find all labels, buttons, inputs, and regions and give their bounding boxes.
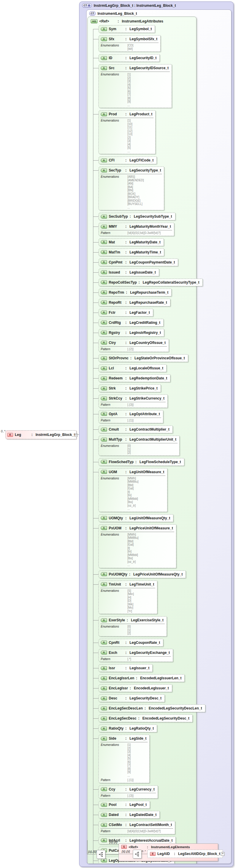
attribute-Issr[interactable]: AIssr:LegIssuer_t bbox=[98, 664, 153, 672]
attribute-type: LegProduct_t bbox=[130, 112, 152, 116]
enumeration-values: [1][10][11][12][13][2][3][4][5]... bbox=[127, 119, 132, 153]
attribute-MultTyp[interactable]: AMultTyp:LegContractMultiplierUnit_tEnum… bbox=[98, 436, 180, 456]
enumeration-value: ... bbox=[127, 103, 131, 107]
attribute-Dated[interactable]: ADated:LegDatedDate_t bbox=[98, 811, 160, 818]
attribute-UOMQty[interactable]: AUOMQty:LegUnitOfMeasureQty_t bbox=[98, 514, 173, 522]
attribute-MatTm[interactable]: AMatTm:LegMaturityTime_t bbox=[98, 248, 164, 256]
attribute-CFI[interactable]: ACFI:LegCFICode_t bbox=[98, 156, 157, 164]
enumeration-value: [BN] bbox=[127, 189, 144, 192]
attribute-OptA[interactable]: AOptA:LegOptAttribute_tPattern[.{1}] bbox=[98, 410, 163, 424]
attribute-Mat[interactable]: AMat:LegMaturityDate_t bbox=[98, 238, 164, 246]
attribute-Sym[interactable]: ASym:LegSymbol_t bbox=[98, 25, 155, 33]
attribute-name: EncLegSecDescLen bbox=[109, 706, 143, 710]
attribute-EncLegIssr[interactable]: AEncLegIssr:EncodedLegIssuer_t bbox=[98, 684, 172, 692]
group-instrumentlegelements[interactable]: G <Ref> : InstrumentLegElements [1]..[1] bbox=[119, 843, 218, 861]
attribute-RepoTrm[interactable]: ARepoTrm:LegRepurchaseTerm_t bbox=[98, 289, 172, 296]
attribute-Src[interactable]: ASrc:LegSecurityIDSource_tEnumerations[1… bbox=[98, 64, 172, 108]
attribute-UOM[interactable]: AUOM:LegUnitOfMeasure_tEnumerations[MWh]… bbox=[98, 468, 167, 512]
attribute-FlowSchedTyp[interactable]: AFlowSchedTyp:LegFlowScheduleType_t bbox=[98, 458, 184, 466]
attribute-header: AEncLegIssrLen:EncodedLegIssuerLen_t bbox=[99, 675, 184, 682]
attribute-CSetMo[interactable]: ACSetMo:LegContractSettlMonth_tPattern[\… bbox=[98, 821, 175, 834]
attribute-header: AUOMQty:LegUnitOfMeasureQty_t bbox=[99, 515, 173, 522]
attribute-CrdRtg[interactable]: ACrdRtg:LegCreditRating_t bbox=[98, 319, 163, 327]
attribute-Ccy[interactable]: ACcy:LegCurrency_tPattern[.{3}] bbox=[98, 785, 158, 799]
attribute-Exch[interactable]: AExch:LegSecurityExchange_tPattern[.*] bbox=[98, 649, 173, 662]
attribute-type: LegPriceUnitOfMeasure_t bbox=[130, 526, 173, 530]
attribute-Rgstry[interactable]: ARgstry:LegInstrRegistry_t bbox=[98, 329, 164, 337]
expand-icon[interactable]: + bbox=[221, 852, 225, 856]
attribute-type: LegCouponPaymentDate_t bbox=[130, 260, 175, 265]
attribute-ExerStyle[interactable]: AExerStyle:LegExerciseStyle_tEnumeration… bbox=[98, 616, 167, 637]
attribute-Issued[interactable]: AIssued:LegIssueDate_t bbox=[98, 269, 159, 276]
facet-section: Pattern[\d{4}(0|1)\d([0-3wW]\d)?] bbox=[101, 828, 173, 834]
attribute-name: Sym bbox=[109, 27, 124, 31]
attribute-SecTyp[interactable]: ASecTyp:LegSecurityType_tEnumerations[AB… bbox=[98, 166, 164, 210]
pattern-label: Pattern bbox=[101, 794, 127, 798]
enumeration-value: [7] bbox=[127, 93, 131, 97]
attribute-EncLegSecDesc[interactable]: AEncLegSecDesc:EncodedLegSecurityDesc_t bbox=[98, 714, 192, 722]
attribute-Strk[interactable]: AStrk:LegStrikePrice_t bbox=[98, 384, 161, 392]
attribute-name: EncLegIssr bbox=[109, 686, 128, 690]
attribute-header: AStOrProvnc:LegStateOrProvinceOfIssue_t bbox=[99, 354, 188, 362]
sequence-icon[interactable] bbox=[97, 850, 105, 859]
attribute-StOrProvnc[interactable]: AStOrProvnc:LegStateOrProvinceOfIssue_t bbox=[98, 354, 188, 362]
attribute-StrkCcy[interactable]: AStrkCcy:LegStrikeCurrency_tPattern[.{3}… bbox=[98, 395, 168, 408]
pattern-row: Pattern[.{1}] bbox=[101, 778, 147, 782]
attribute-TmUnit[interactable]: ATmUnit:LegTimeUnit_tEnumerations[S][Min… bbox=[98, 581, 157, 614]
attribute-Prod[interactable]: AProd:LegProduct_tEnumerations[1][10][11… bbox=[98, 110, 156, 154]
inner-complextype-header[interactable]: CT InstrumentLeg_Block_t bbox=[86, 10, 231, 17]
attribute-RepoRt[interactable]: ARepoRt:LegRepurchaseRate_t bbox=[98, 299, 171, 306]
attribute-RatioQty[interactable]: ARatioQty:LegRatioQty_t bbox=[98, 724, 157, 732]
attribute-EncLegSecDescLen[interactable]: AEncLegSecDescLen:EncodedLegSecurityDesc… bbox=[98, 705, 205, 712]
attribute-name: SecTyp bbox=[109, 168, 124, 173]
attribute-CpnRt[interactable]: ACpnRt:LegCouponRate_t bbox=[98, 639, 163, 647]
attribute-type: LegMaturityMonthYear_t bbox=[130, 224, 171, 228]
attribute-Pool[interactable]: APool:LegPool_t bbox=[98, 801, 150, 809]
attribute-name: SecSubTyp bbox=[109, 214, 128, 219]
attribute-Lcl[interactable]: ALcl:LegLocaleOfIssue_t bbox=[98, 364, 166, 372]
attribute-PxUOM[interactable]: APxUOM:LegPriceUnitOfMeasure_tEnumeratio… bbox=[98, 524, 176, 568]
pattern-value: [.{3}] bbox=[127, 794, 134, 798]
attribute-type: LegStrikePrice_t bbox=[130, 386, 158, 391]
outer-complextype-box: CT⊕ InstrmtLegGrp_Block_t : InstrumentLe… bbox=[79, 1, 234, 867]
element-legaid[interactable]: E LegAID : LegSecAltIDGrp_Block_t + bbox=[147, 850, 223, 858]
attribute-Desc[interactable]: ADesc:LegSecurityDesc_t bbox=[98, 694, 165, 702]
attribute-RepoCollSecTyp[interactable]: ARepoCollSecTyp:LegRepoCollateralSecurit… bbox=[98, 279, 203, 286]
enumeration-value: [lbs] bbox=[127, 500, 138, 504]
attribute-Sfx[interactable]: ASfx:LegSymbolSfx_tEnumerations[CD][WI] bbox=[98, 35, 161, 52]
attribute-type: LegIssuer_t bbox=[130, 666, 149, 670]
enumeration-value: [2] bbox=[127, 747, 131, 750]
attribute-header: ATmUnit:LegTimeUnit_t bbox=[99, 581, 157, 588]
enumeration-value: [3] bbox=[127, 750, 131, 753]
attribute-type: EncodedLegIssuerLen_t bbox=[140, 676, 181, 680]
attribute-CpnPmt[interactable]: ACpnPmt:LegCouponPaymentDate_t bbox=[98, 258, 178, 266]
enumeration-value: [Bbl] bbox=[127, 484, 138, 487]
attribute-ID[interactable]: AID:LegSecurityID_t bbox=[98, 54, 160, 62]
attribute-Ctry[interactable]: ACtry:LegCountryOfIssue_tPattern[.{2}] bbox=[98, 339, 169, 352]
pattern-value: [.*] bbox=[127, 657, 131, 661]
attribute-Cmult[interactable]: ACmult:LegContractMultiplier_t bbox=[98, 426, 173, 433]
attribute-EncLegIssrLen[interactable]: AEncLegIssrLen:EncodedLegIssuerLen_t bbox=[98, 674, 185, 682]
pattern-row: Pattern[.{3}] bbox=[101, 403, 164, 407]
separator: : bbox=[125, 260, 127, 265]
outer-complextype-header[interactable]: CT⊕ InstrmtLegGrp_Block_t : InstrumentLe… bbox=[79, 2, 233, 9]
sequence-icon[interactable] bbox=[133, 850, 142, 859]
element-badge: E bbox=[7, 433, 13, 437]
attribute-PxUOMQty[interactable]: APxUOMQty:LegPriceUnitOfMeasureQty_t bbox=[98, 570, 186, 578]
attribute-SecSubTyp[interactable]: ASecSubTyp:LegSecuritySubType_t bbox=[98, 213, 176, 220]
attribute-Fctr[interactable]: AFctr:LegFactor_t bbox=[98, 309, 153, 316]
attribute-Redeem[interactable]: ARedeem:LegRedemptionDate_t bbox=[98, 374, 171, 382]
facet-section: Enumerations[ABS][AMENDED][AN][BA][BN][B… bbox=[101, 174, 162, 210]
separator: : bbox=[138, 280, 139, 284]
attribute-Side[interactable]: ASide:LegSide_tEnumerations[1][2][3][4][… bbox=[98, 735, 150, 783]
collapse-icon[interactable]: – bbox=[74, 434, 78, 437]
attribute-name: CpnRt bbox=[109, 641, 124, 645]
enumeration-value: [BRADY] bbox=[127, 195, 144, 199]
element-leg[interactable]: E Leg : InstrmtLegGrp_Block_t – bbox=[5, 430, 76, 439]
enumeration-value: [Gal] bbox=[127, 543, 138, 547]
attribute-MMY[interactable]: AMMY:LegMaturityMonthYear_tPattern[\d{4}… bbox=[98, 223, 174, 236]
enumerations-label: Enumerations bbox=[101, 743, 127, 777]
attribute-type: LegSecurityExchange_t bbox=[130, 651, 170, 655]
inner-complextype-box: CT InstrumentLeg_Block_t AG <Ref> : Inst… bbox=[86, 9, 231, 864]
attribute-group-box[interactable]: AG <Ref> : InstrumentLegAttributes ASym:… bbox=[87, 17, 197, 864]
